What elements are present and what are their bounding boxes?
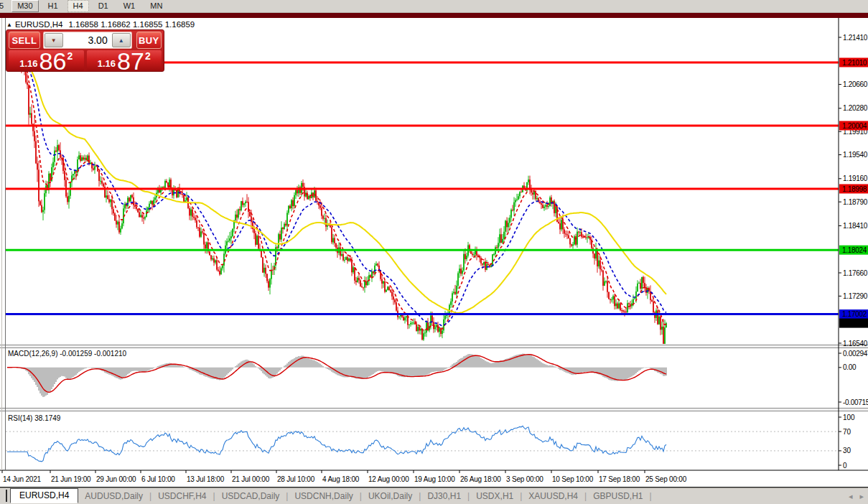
tab-audusd-daily[interactable]: AUDUSD,Daily [78,491,149,501]
price-tick-label: 1.17290 [843,292,868,300]
rsi-layer [6,426,839,462]
sell-price-big: 86 [39,52,67,71]
price-tick-label: 1.16540 [843,340,868,347]
timeframe-button-m30[interactable]: M30 [11,0,38,12]
price-tick-label: 1.20280 [843,104,868,112]
tab-eurusd-h4[interactable]: EURUSD,H4 [10,488,78,503]
chart-window: 1.214101.206601.202801.199101.195401.191… [0,18,868,487]
price-axis[interactable]: 1.214101.206601.202801.199101.195401.191… [0,18,868,470]
macd-label: MACD(12,26,9) -0.001259 -0.001210 [8,350,127,358]
volume-decrease-icon[interactable]: ▼ [45,33,63,47]
tab-usdx-h1[interactable]: USDX,H1 [470,491,520,501]
tab-usdcnh-daily[interactable]: USDCNH,Daily [288,491,359,501]
rsi-tick-label: 100 [843,414,855,421]
date-tick-label: 17 Sep 18:00 [599,475,640,483]
pane-separator [0,345,868,348]
panel-collapse-icon[interactable]: ▲ [6,22,12,28]
price-tick-label: 1.21410 [843,34,868,42]
tab-usdcad-daily[interactable]: USDCAD,Daily [215,491,286,501]
chart-title: ▲EURUSD,H41.16858 1.16862 1.16855 1.1685… [6,20,195,29]
price-badge: 1.17002 [839,309,868,319]
rsi-tick-label: 70 [843,428,851,436]
sell-button[interactable]: SELL [9,32,40,49]
price-badge: 1.18998 [839,184,868,193]
macd-tick-label: 0.002947 [843,350,868,358]
chart-ohlc-values: 1.16858 1.16862 1.16855 1.16859 [68,20,195,29]
tab-usdchf-h4[interactable]: USDCHF,H4 [151,491,213,501]
tab-xauusd-h4[interactable]: XAUUSD,H4 [522,491,584,501]
volume-increase-icon[interactable]: ▲ [112,33,131,47]
chart-frame-outer [1,18,2,470]
tab-gbpusd-h1[interactable]: GBPUSD,H1 [587,491,649,501]
buy-price-sup: 2 [145,50,151,62]
svg-text:1.18998: 1.18998 [842,185,867,193]
buy-price-display[interactable]: 1.16872 [87,50,162,71]
svg-text:1.18024: 1.18024 [842,246,867,254]
price-badge: 1.21010 [839,57,868,67]
timeframe-button-d1[interactable]: D1 [93,0,114,12]
volume-stepper: ▼ 3.00 ▲ [43,32,132,49]
timeframe-button-5[interactable]: 5 [0,0,8,12]
svg-text:1.21010: 1.21010 [842,59,867,67]
price-tick-label: 1.18790 [843,198,868,206]
macd-tick-label: -0.007153 [843,398,868,406]
price-badge: 1.20004 [839,121,868,130]
macd-axis: 0.0029470.00-0.007153 [839,350,868,406]
candles-layer [6,47,667,355]
horizontal-levels [6,62,839,314]
timeframe-button-mn[interactable]: MN [144,0,168,12]
sell-price-sup: 2 [67,50,73,62]
date-tick-label: 19 Aug 10:00 [414,475,455,483]
macd-tick-label: 0.00 [843,363,857,371]
one-click-trade-panel: SELL ▼ 3.00 ▲ BUY 1.16862 1.16872 [6,29,164,72]
date-tick-label: 21 Jul 00:00 [232,475,270,483]
date-tick-label: 25 Sep 00:00 [645,475,687,483]
pane-separator [0,408,868,411]
price-badge: 1.18024 [839,246,868,255]
tab-dj30-h1[interactable]: DJ30,H1 [421,491,467,501]
date-tick-label: 21 Jun 19:00 [51,475,91,483]
tab-scroll-left-icon[interactable]: ◂ [849,492,853,501]
symbol-tab-bar: EURUSD,H4AUDUSD,Daily|USDCHF,H4|USDCAD,D… [0,487,868,504]
date-tick-label: 12 Aug 00:00 [368,475,409,483]
time-axis[interactable]: 14 Jun 202121 Jun 19:0029 Jun 00:006 Jul… [2,470,687,483]
timeframe-button-h1[interactable]: H1 [42,0,64,12]
svg-text:1.16859: 1.16859 [842,319,867,327]
tab-divider: | [650,491,652,501]
date-tick-label: 6 Jul 10:00 [141,475,175,483]
date-tick-label: 28 Jul 10:00 [277,475,315,483]
svg-text:1.17002: 1.17002 [842,310,867,318]
price-tick-label: 1.17660 [843,269,868,277]
timeframe-button-w1[interactable]: W1 [118,0,141,12]
mt4-terminal: { "toolbar": { "timeframes": [ {"label":… [0,0,868,504]
tabbar-left-mark [6,490,7,502]
timeframe-toolbar: 5M30H1H4D1W1MN [0,0,868,13]
chart-canvas[interactable]: 1.214101.206601.202801.199101.195401.191… [0,18,868,487]
date-tick-label: 26 Aug 18:00 [460,475,501,483]
timeframe-button-h4[interactable]: H4 [67,0,89,12]
chart-symbol-label: EURUSD,H4 [15,20,62,29]
rsi-tick-label: 30 [843,447,851,454]
date-tick-label: 14 Jun 2021 [3,475,41,483]
price-tick-label: 1.20660 [843,80,868,88]
date-tick-label: 10 Sep 10:00 [552,475,594,483]
volume-input[interactable]: 3.00 [63,33,112,47]
date-tick-label: 3 Sep 00:00 [506,475,543,483]
tab-scroll-arrows: ◂ ▸ [849,487,864,504]
chart-frame-inner [5,18,6,470]
date-tick-label: 4 Aug 18:00 [322,475,360,483]
rsi-tick-label: 0 [843,462,847,470]
buy-button[interactable]: BUY [136,32,162,49]
svg-text:1.20004: 1.20004 [842,122,867,130]
date-tick-label: 29 Jun 00:00 [96,475,136,483]
date-tick-label: 13 Jul 18:00 [187,475,225,483]
tab-scroll-right-icon[interactable]: ▸ [859,492,864,501]
price-tick-label: 1.19540 [843,151,868,159]
macd-histogram [7,354,666,397]
buy-price-big: 87 [117,52,144,71]
sell-price-display[interactable]: 1.16862 [9,50,84,71]
buy-price-prefix: 1.16 [98,58,116,69]
sell-price-prefix: 1.16 [19,58,37,69]
price-badge: 1.16859 [839,319,868,328]
tab-ukoil-daily[interactable]: UKOil,Daily [362,491,419,501]
